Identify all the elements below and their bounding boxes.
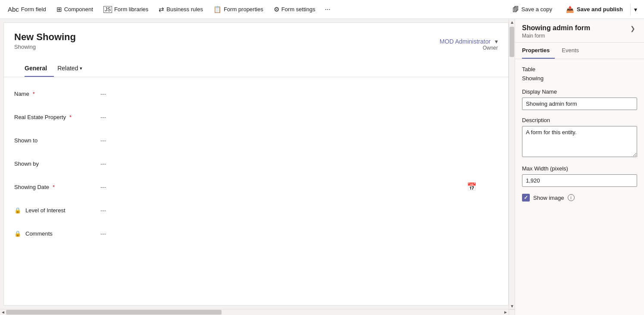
publish-dropdown-button[interactable]: ▾ <box>630 3 641 16</box>
vertical-scrollbar: ▲ ▼ <box>509 19 515 309</box>
publish-icon: 📤 <box>566 6 574 13</box>
scroll-down-button[interactable]: ▼ <box>509 303 515 309</box>
form-content-area: New Showing Showing MOD Administrator ▾ … <box>0 19 509 309</box>
tab-general[interactable]: General <box>25 60 54 77</box>
show-image-checkbox[interactable]: ✓ <box>522 194 530 202</box>
save-publish-button[interactable]: 📤 Save and publish <box>560 3 629 16</box>
panel-content: Table Showing Display Name Description A… <box>515 59 644 315</box>
component-icon: ⊞ <box>56 6 62 13</box>
table-row: Showing Date * --- 📅 <box>14 179 498 195</box>
toolbar-item-business-rules[interactable]: ⇄ Business rules <box>154 3 207 16</box>
form-white-box: New Showing Showing MOD Administrator ▾ … <box>3 22 509 306</box>
panel-header: Showing admin form Main form ❯ <box>515 19 644 43</box>
table-row: Shown by --- <box>14 156 498 171</box>
form-title: New Showing <box>14 32 76 43</box>
tab-related[interactable]: Related ▾ <box>57 60 89 77</box>
toolbar-item-component-label: Component <box>64 6 93 13</box>
toolbar-item-form-settings-label: Form settings <box>281 6 316 13</box>
business-rules-icon: ⇄ <box>159 6 164 13</box>
field-label-shown-by: Shown by <box>14 161 100 167</box>
owner-label: Owner <box>440 45 498 51</box>
description-textarea[interactable]: A form for this entity. <box>522 126 637 157</box>
field-value-name: --- <box>100 91 106 97</box>
field-label-shown-to: Shown to <box>14 137 100 144</box>
owner-name[interactable]: MOD Administrator <box>440 38 491 45</box>
toolbar-right-actions: 🗐 Save a copy 📤 Save and publish ▾ <box>506 3 641 16</box>
owner-dropdown-icon[interactable]: ▾ <box>495 38 498 45</box>
scroll-corner <box>509 309 515 315</box>
main-layout: New Showing Showing MOD Administrator ▾ … <box>0 19 644 315</box>
required-star-name: * <box>33 91 35 97</box>
table-row: 🔒 Level of Interest --- <box>14 202 498 218</box>
panel-tab-properties-label: Properties <box>522 47 550 54</box>
table-row: 🔒 Comments --- <box>14 226 498 241</box>
form-title-group: New Showing Showing <box>14 32 76 57</box>
info-icon[interactable]: i <box>568 194 575 201</box>
form-tabs: General Related ▾ <box>14 60 498 77</box>
description-label: Description <box>522 117 637 123</box>
field-label-name: Name * <box>14 91 100 97</box>
scroll-track <box>509 25 515 303</box>
scroll-thumb[interactable] <box>510 27 514 57</box>
save-copy-label: Save a copy <box>522 6 553 13</box>
field-label-comments: 🔒 Comments <box>14 230 100 237</box>
form-libraries-icon: JS <box>103 6 112 13</box>
h-scroll-thumb[interactable] <box>6 310 222 315</box>
calendar-icon[interactable]: 📅 <box>467 182 476 192</box>
required-star-showing-date: * <box>53 184 55 190</box>
panel-title-group: Showing admin form Main form <box>522 24 590 39</box>
checkmark-icon: ✓ <box>524 195 528 201</box>
field-value-shown-to: --- <box>100 137 106 144</box>
panel-section-display-name: Display Name <box>522 88 637 110</box>
scroll-right-button[interactable]: ► <box>503 309 509 315</box>
form-properties-icon: 📋 <box>213 6 222 13</box>
show-image-row: ✓ Show image i <box>522 194 637 202</box>
right-panel: Showing admin form Main form ❯ Propertie… <box>515 19 644 315</box>
toolbar-item-form-settings[interactable]: ⚙ Form settings <box>269 3 320 16</box>
tab-general-label: General <box>25 65 47 72</box>
form-with-vscroll: New Showing Showing MOD Administrator ▾ … <box>0 19 515 309</box>
toolbar-item-form-libraries[interactable]: JS Form libraries <box>99 3 153 16</box>
field-label-showing-date: Showing Date * <box>14 184 100 190</box>
panel-section-show-image: ✓ Show image i <box>522 194 637 202</box>
save-copy-button[interactable]: 🗐 Save a copy <box>506 3 559 16</box>
form-header: New Showing Showing MOD Administrator ▾ … <box>4 23 508 77</box>
lock-icon-level: 🔒 <box>14 207 21 214</box>
max-width-input[interactable] <box>522 174 637 187</box>
panel-tab-events[interactable]: Events <box>562 43 584 59</box>
display-name-input[interactable] <box>522 98 637 110</box>
save-publish-label: Save and publish <box>577 6 623 13</box>
panel-section-table: Table Showing <box>522 66 637 82</box>
panel-tabs: Properties Events <box>515 43 644 59</box>
panel-subtitle: Main form <box>522 33 590 39</box>
toolbar: Abc Form field ⊞ Component JS Form libra… <box>0 0 644 19</box>
toolbar-item-form-field-label: Form field <box>21 6 46 13</box>
table-row: Shown to --- <box>14 132 498 148</box>
scroll-up-button[interactable]: ▲ <box>509 19 515 25</box>
panel-expand-button[interactable]: ❯ <box>628 24 637 33</box>
table-row: Name * --- <box>14 86 498 101</box>
toolbar-more-button[interactable]: ··· <box>321 3 334 16</box>
save-copy-icon: 🗐 <box>513 6 519 13</box>
toolbar-item-form-properties[interactable]: 📋 Form properties <box>209 3 268 16</box>
toolbar-item-form-properties-label: Form properties <box>224 6 263 13</box>
field-label-level-interest: 🔒 Level of Interest <box>14 207 100 214</box>
form-fields: Name * --- Real Estate Property * --- <box>4 77 508 258</box>
owner-info: MOD Administrator ▾ Owner <box>440 38 498 51</box>
field-value-real-estate: --- <box>100 114 106 120</box>
form-canvas: New Showing Showing MOD Administrator ▾ … <box>0 19 515 315</box>
toolbar-item-form-field[interactable]: Abc Form field <box>3 3 50 16</box>
panel-section-description: Description A form for this entity. <box>522 117 637 158</box>
field-value-shown-by: --- <box>100 161 106 167</box>
table-label: Table <box>522 66 637 72</box>
toolbar-item-component[interactable]: ⊞ Component <box>52 3 97 16</box>
field-value-showing-date: --- <box>100 184 106 190</box>
field-label-real-estate: Real Estate Property * <box>14 114 100 120</box>
scroll-left-button[interactable]: ◄ <box>0 309 6 315</box>
horizontal-scroll-row: ◄ ► <box>0 309 515 315</box>
more-label: ··· <box>325 6 330 13</box>
toolbar-item-form-libraries-label: Form libraries <box>114 6 148 13</box>
table-value: Showing <box>522 75 637 82</box>
panel-tab-properties[interactable]: Properties <box>522 43 555 59</box>
form-field-icon: Abc <box>8 6 19 13</box>
